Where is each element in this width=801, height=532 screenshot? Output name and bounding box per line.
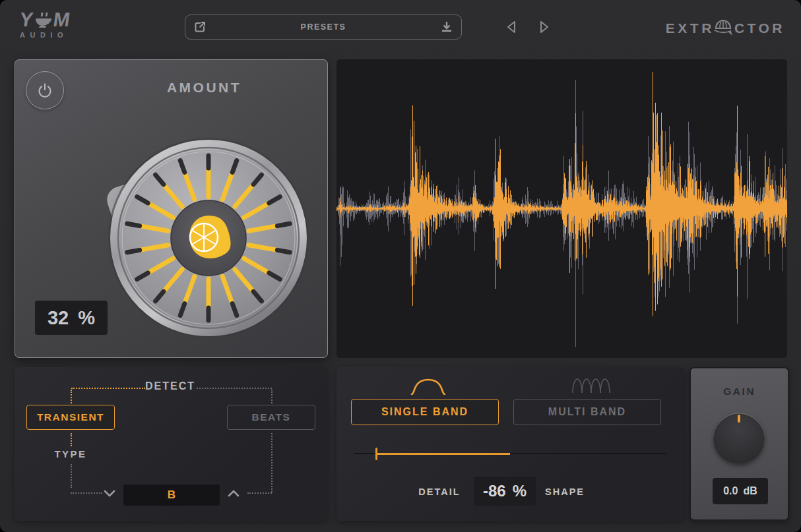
- waveform-display: [336, 59, 787, 358]
- waveform-canvas: [336, 59, 787, 358]
- gain-panel: GAIN 0.0 dB: [689, 367, 789, 521]
- download-icon[interactable]: [440, 20, 453, 34]
- connector-dotted: [271, 390, 272, 403]
- connector-dotted: [271, 433, 272, 492]
- type-value-display[interactable]: B: [123, 485, 220, 506]
- bowl-icon: [34, 12, 53, 29]
- preset-next-button[interactable]: [536, 20, 551, 34]
- gain-value-display[interactable]: 0.0 dB: [713, 478, 768, 504]
- detail-slider-fill: [376, 453, 510, 455]
- type-down-button[interactable]: [103, 488, 116, 499]
- gain-knob[interactable]: [713, 413, 765, 464]
- product-text-left: EXTR: [666, 20, 715, 36]
- beats-label: BEATS: [252, 411, 291, 423]
- yum-audio-logo: Y M AUDIO: [20, 11, 71, 39]
- connector-dotted: [247, 492, 272, 494]
- detail-value-display[interactable]: -86 %: [474, 477, 536, 506]
- single-band-icon: [410, 375, 447, 396]
- amount-knob[interactable]: [103, 133, 314, 343]
- type-label: TYPE: [41, 448, 100, 459]
- preset-prev-button[interactable]: [505, 20, 519, 34]
- detect-panel: DETECT TRANSIENT BEATS TYPE B: [15, 367, 328, 521]
- extractor-logo: EXTR CTOR: [666, 18, 785, 38]
- detail-slider-handle[interactable]: [375, 448, 377, 460]
- gain-value: 0.0: [723, 485, 738, 497]
- juicer-icon: [713, 18, 733, 38]
- amount-unit: %: [78, 307, 95, 329]
- amount-panel: AMOUNT: [15, 59, 328, 358]
- multi-band-label: MULTI BAND: [548, 406, 626, 418]
- amount-title: AMOUNT: [94, 80, 314, 96]
- brand-letter-m: M: [52, 11, 72, 29]
- gain-knob-indicator: [738, 415, 740, 423]
- connector-dotted: [71, 464, 72, 488]
- detect-title: DETECT: [120, 380, 220, 392]
- brand-wordmark: Y M: [18, 11, 72, 29]
- amount-value: 32: [48, 307, 69, 329]
- brand-letter-y: Y: [18, 11, 35, 29]
- band-panel: SINGLE BAND MULTI BAND DETAIL -86 % SHAP…: [336, 367, 684, 521]
- gain-title: GAIN: [691, 386, 788, 398]
- multi-band-icon: [570, 377, 612, 394]
- gain-unit: dB: [743, 485, 757, 497]
- multi-band-button[interactable]: MULTI BAND: [513, 399, 661, 425]
- brand-subtitle: AUDIO: [20, 31, 71, 39]
- connector-dotted: [71, 492, 102, 494]
- presets-bar[interactable]: PRESETS: [185, 15, 462, 40]
- detail-unit: %: [513, 482, 527, 500]
- detail-slider-track[interactable]: [354, 453, 666, 454]
- connector-dotted: [197, 388, 272, 389]
- external-link-icon[interactable]: [193, 20, 207, 34]
- type-value: B: [168, 488, 176, 502]
- power-icon: [37, 82, 53, 98]
- connector-dotted: [71, 388, 145, 389]
- beats-button[interactable]: BEATS: [227, 405, 315, 430]
- single-band-label: SINGLE BAND: [381, 406, 468, 418]
- plugin-window: Y M AUDIO PRESETS: [0, 0, 801, 532]
- header-bar: Y M AUDIO PRESETS: [0, 0, 801, 58]
- connector-dotted: [71, 390, 72, 403]
- product-text-right: CTOR: [734, 20, 785, 36]
- detail-label: DETAIL: [406, 487, 472, 497]
- power-button[interactable]: [26, 71, 64, 109]
- connector-dotted: [71, 433, 72, 446]
- single-band-button[interactable]: SINGLE BAND: [351, 399, 499, 425]
- presets-label[interactable]: PRESETS: [207, 22, 440, 32]
- shape-label: SHAPE: [532, 487, 598, 497]
- detail-value: -86: [483, 482, 506, 500]
- type-up-button[interactable]: [227, 488, 240, 499]
- transient-label: TRANSIENT: [37, 411, 104, 423]
- transient-button[interactable]: TRANSIENT: [26, 405, 115, 430]
- amount-value-display[interactable]: 32 %: [35, 301, 108, 335]
